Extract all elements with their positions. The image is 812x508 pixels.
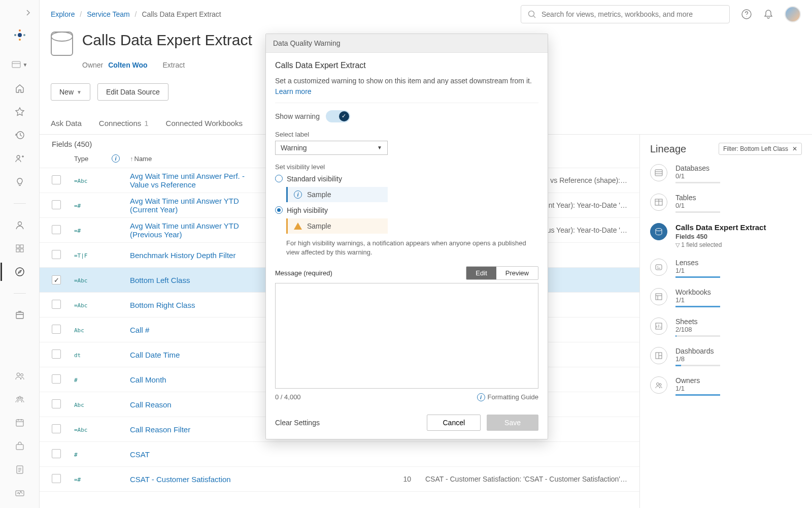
table-row[interactable]: # CSAT [40, 442, 639, 467]
notifications-icon[interactable] [763, 9, 773, 20]
tab-connections[interactable]: Connections1 [99, 119, 149, 128]
lineage-item[interactable]: Sheets 2/108 [650, 318, 802, 337]
visibility-label: Set visibility level [275, 163, 538, 171]
field-name-link[interactable]: CSAT [130, 450, 150, 459]
field-name-link[interactable]: Bottom Left Class [130, 276, 190, 284]
col-name[interactable]: ↑Name [130, 155, 257, 163]
row-checkbox[interactable]: ✓ [52, 275, 61, 284]
row-checkbox[interactable] [52, 175, 61, 184]
users-icon[interactable] [15, 371, 25, 381]
crumb-current: Calls Data Expert Extract [142, 10, 221, 18]
learn-more-link[interactable]: Learn more [275, 87, 312, 96]
lineage-dash-icon [650, 347, 667, 364]
help-icon[interactable] [741, 9, 752, 20]
row-checkbox[interactable] [52, 424, 61, 433]
tab-ask-data[interactable]: Ask Data [51, 119, 82, 128]
cancel-button[interactable]: Cancel [427, 415, 481, 431]
field-name-link[interactable]: Call Reason [130, 400, 172, 409]
label-select[interactable]: Warning▼ [275, 141, 388, 155]
row-checkbox[interactable] [52, 350, 61, 359]
field-name-link[interactable]: Call # [130, 326, 149, 334]
search-input[interactable] [542, 10, 723, 18]
message-label: Message (required) [275, 269, 332, 277]
warning-icon [294, 223, 302, 230]
search-icon [527, 10, 536, 19]
svg-rect-10 [16, 312, 23, 319]
collapse-rail-button[interactable] [25, 9, 32, 16]
lineage-title: Lineage [650, 143, 686, 155]
crumb-team[interactable]: Service Team [87, 10, 130, 18]
lineage-lens-icon [650, 259, 667, 276]
row-checkbox[interactable] [52, 449, 61, 458]
collections-icon[interactable] [15, 243, 25, 253]
home-icon[interactable] [15, 83, 25, 93]
field-name-link[interactable]: Benchmark History Depth Filter [130, 251, 235, 260]
jobs-icon[interactable] [15, 441, 25, 451]
lineage-item[interactable]: Owners 1/1 [650, 376, 802, 396]
groups-icon[interactable] [15, 394, 25, 404]
formatting-guide-link[interactable]: iFormatting Guide [477, 393, 538, 401]
save-button[interactable]: Save [487, 415, 538, 431]
owner-link[interactable]: Colten Woo [108, 61, 148, 69]
lineage-item[interactable]: Tables 0/1 [650, 194, 802, 213]
row-checkbox[interactable] [52, 399, 61, 408]
row-checkbox[interactable] [52, 250, 61, 259]
svg-rect-23 [655, 170, 662, 176]
favorites-icon[interactable] [15, 107, 25, 117]
lineage-filter-chip[interactable]: Filter: Bottom Left Class ✕ [719, 143, 802, 155]
message-textarea[interactable] [275, 283, 538, 389]
site-selector[interactable]: ▼ [12, 61, 28, 68]
row-checkbox[interactable] [52, 374, 61, 384]
lineage-item[interactable]: Databases 0/1 [650, 164, 802, 183]
table-row[interactable]: =# CSAT - Customer Satisfaction 10CSAT -… [40, 467, 639, 492]
svg-point-39 [659, 384, 661, 386]
row-checkbox[interactable] [52, 225, 61, 234]
field-name-link[interactable]: Call Reason Filter [130, 425, 190, 434]
clear-settings-button[interactable]: Clear Settings [275, 419, 320, 427]
message-mode-tabs[interactable]: Edit Preview [466, 266, 538, 280]
field-name-link[interactable]: Bottom Right Class [130, 301, 195, 309]
field-name-link[interactable]: Call Month [130, 375, 166, 384]
show-warning-toggle[interactable]: ✓ [326, 110, 350, 122]
shared-icon[interactable] [15, 153, 25, 164]
extract-label: Extract [163, 61, 185, 69]
field-name-link[interactable]: CSAT - Customer Satisfaction [130, 475, 231, 484]
preview-tab[interactable]: Preview [496, 267, 538, 279]
schedules-icon[interactable] [15, 418, 25, 428]
row-checkbox[interactable] [52, 300, 61, 309]
recents-icon[interactable] [15, 130, 25, 140]
crumb-explore[interactable]: Explore [51, 10, 75, 18]
external-assets-icon[interactable] [15, 310, 25, 320]
field-type-icon: =Abc [74, 277, 88, 284]
lineage-item[interactable]: Workbooks 1/1 [650, 288, 802, 307]
lineage-item[interactable]: Lenses 1/1 [650, 259, 802, 278]
field-name-link[interactable]: Avg Wait Time until Answer YTD (Current … [130, 197, 239, 214]
high-visibility-radio[interactable]: High visibility [275, 206, 538, 214]
lineage-owner-icon [650, 376, 667, 394]
lineage-item[interactable]: Dashboards 1/8 [650, 347, 802, 366]
close-icon[interactable]: ✕ [792, 145, 797, 152]
lineage-item[interactable]: Calls Data Expert Extract Fields 450 ▽ 1… [650, 223, 802, 248]
field-type-icon: Abc [74, 402, 84, 408]
standard-visibility-radio[interactable]: Standard visibility [275, 175, 538, 183]
row-checkbox[interactable] [52, 200, 61, 209]
explore-icon[interactable] [15, 267, 25, 277]
field-type-icon: =Abc [74, 427, 88, 433]
tab-connected-workbooks[interactable]: Connected Workbooks [166, 119, 243, 128]
user-avatar[interactable] [785, 6, 801, 22]
site-status-icon[interactable] [15, 488, 25, 498]
row-checkbox[interactable] [52, 325, 61, 334]
global-search[interactable] [521, 5, 730, 23]
row-checkbox[interactable] [52, 474, 61, 483]
sensitivity-col-icon[interactable]: i [112, 154, 120, 163]
personal-space-icon[interactable] [15, 220, 25, 230]
col-type[interactable]: Type [74, 155, 112, 163]
new-button[interactable]: New ▼ [51, 83, 90, 101]
edit-datasource-button[interactable]: Edit Data Source [97, 83, 168, 101]
edit-tab[interactable]: Edit [466, 267, 496, 279]
recommendations-icon[interactable] [15, 177, 25, 187]
tasks-icon[interactable] [15, 464, 25, 474]
field-name-link[interactable]: Avg Wait Time until Answer YTD (Previous… [130, 221, 239, 239]
field-name-link[interactable]: Call Date Time [130, 351, 180, 359]
field-name-link[interactable]: Avg Wait Time until Answer Perf. - Value… [130, 172, 245, 189]
